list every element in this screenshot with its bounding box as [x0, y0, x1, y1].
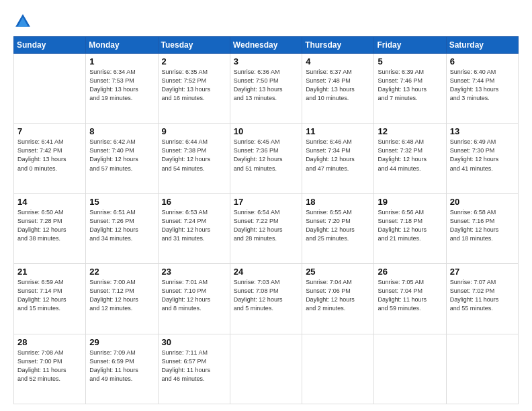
calendar-week-4: 21Sunrise: 6:59 AM Sunset: 7:14 PM Dayli…	[14, 264, 519, 334]
day-info: Sunrise: 7:01 AM Sunset: 7:10 PM Dayligh…	[162, 278, 226, 313]
day-number: 27	[450, 267, 515, 277]
day-info: Sunrise: 6:53 AM Sunset: 7:24 PM Dayligh…	[162, 208, 226, 243]
calendar-cell: 23Sunrise: 7:01 AM Sunset: 7:10 PM Dayli…	[158, 264, 230, 334]
day-number: 6	[450, 56, 515, 66]
calendar-cell: 8Sunrise: 6:42 AM Sunset: 7:40 PM Daylig…	[86, 124, 158, 193]
day-info: Sunrise: 6:58 AM Sunset: 7:16 PM Dayligh…	[450, 208, 515, 243]
day-info: Sunrise: 6:41 AM Sunset: 7:42 PM Dayligh…	[17, 138, 82, 173]
calendar-cell: 1Sunrise: 6:34 AM Sunset: 7:53 PM Daylig…	[86, 54, 158, 124]
calendar-header: SundayMondayTuesdayWednesdayThursdayFrid…	[14, 37, 519, 54]
calendar-cell: 3Sunrise: 6:36 AM Sunset: 7:50 PM Daylig…	[230, 54, 302, 124]
day-info: Sunrise: 6:34 AM Sunset: 7:53 PM Dayligh…	[89, 68, 154, 103]
day-number: 9	[162, 126, 226, 136]
day-number: 19	[378, 197, 442, 207]
calendar-cell: 16Sunrise: 6:53 AM Sunset: 7:24 PM Dayli…	[158, 193, 230, 263]
calendar-cell: 24Sunrise: 7:03 AM Sunset: 7:08 PM Dayli…	[230, 264, 302, 334]
calendar-cell: 20Sunrise: 6:58 AM Sunset: 7:16 PM Dayli…	[446, 193, 518, 263]
calendar-cell: 21Sunrise: 6:59 AM Sunset: 7:14 PM Dayli…	[14, 264, 86, 334]
day-info: Sunrise: 6:48 AM Sunset: 7:32 PM Dayligh…	[378, 138, 442, 173]
calendar-cell	[446, 334, 518, 404]
day-info: Sunrise: 6:55 AM Sunset: 7:20 PM Dayligh…	[306, 208, 370, 243]
day-info: Sunrise: 6:46 AM Sunset: 7:34 PM Dayligh…	[306, 138, 370, 173]
day-info: Sunrise: 7:03 AM Sunset: 7:08 PM Dayligh…	[234, 278, 298, 313]
day-number: 18	[306, 197, 370, 207]
day-info: Sunrise: 6:44 AM Sunset: 7:38 PM Dayligh…	[162, 138, 226, 173]
weekday-wednesday: Wednesday	[230, 37, 302, 54]
calendar-cell: 28Sunrise: 7:08 AM Sunset: 7:00 PM Dayli…	[14, 334, 86, 404]
day-info: Sunrise: 6:40 AM Sunset: 7:44 PM Dayligh…	[450, 68, 515, 103]
calendar-cell: 18Sunrise: 6:55 AM Sunset: 7:20 PM Dayli…	[302, 193, 374, 263]
day-info: Sunrise: 6:59 AM Sunset: 7:14 PM Dayligh…	[17, 278, 82, 313]
day-number: 10	[234, 126, 298, 136]
weekday-friday: Friday	[374, 37, 446, 54]
day-info: Sunrise: 6:54 AM Sunset: 7:22 PM Dayligh…	[234, 208, 298, 243]
calendar-week-3: 14Sunrise: 6:50 AM Sunset: 7:28 PM Dayli…	[14, 193, 519, 263]
day-info: Sunrise: 6:37 AM Sunset: 7:48 PM Dayligh…	[306, 68, 370, 103]
calendar-cell: 27Sunrise: 7:07 AM Sunset: 7:02 PM Dayli…	[446, 264, 518, 334]
day-number: 11	[306, 126, 370, 136]
logo	[13, 12, 35, 31]
calendar-cell: 5Sunrise: 6:39 AM Sunset: 7:46 PM Daylig…	[374, 54, 446, 124]
day-info: Sunrise: 6:39 AM Sunset: 7:46 PM Dayligh…	[378, 68, 442, 103]
day-info: Sunrise: 7:07 AM Sunset: 7:02 PM Dayligh…	[450, 278, 515, 313]
day-number: 30	[162, 337, 226, 347]
calendar-cell: 9Sunrise: 6:44 AM Sunset: 7:38 PM Daylig…	[158, 124, 230, 193]
calendar-cell	[302, 334, 374, 404]
day-number: 1	[89, 56, 154, 66]
day-number: 16	[162, 197, 226, 207]
day-number: 25	[306, 267, 370, 277]
day-info: Sunrise: 6:51 AM Sunset: 7:26 PM Dayligh…	[89, 208, 154, 243]
day-number: 7	[17, 126, 82, 136]
day-number: 15	[89, 197, 154, 207]
day-info: Sunrise: 7:09 AM Sunset: 6:59 PM Dayligh…	[89, 349, 154, 383]
calendar-cell	[374, 334, 446, 404]
calendar-cell: 17Sunrise: 6:54 AM Sunset: 7:22 PM Dayli…	[230, 193, 302, 263]
day-number: 29	[89, 337, 154, 347]
day-number: 23	[162, 267, 226, 277]
calendar-table: SundayMondayTuesdayWednesdayThursdayFrid…	[13, 36, 519, 404]
weekday-thursday: Thursday	[302, 37, 374, 54]
page: SundayMondayTuesdayWednesdayThursdayFrid…	[0, 0, 532, 411]
weekday-monday: Monday	[86, 37, 158, 54]
day-number: 22	[89, 267, 154, 277]
calendar-week-5: 28Sunrise: 7:08 AM Sunset: 7:00 PM Dayli…	[14, 334, 519, 404]
calendar-body: 1Sunrise: 6:34 AM Sunset: 7:53 PM Daylig…	[14, 54, 519, 404]
day-info: Sunrise: 6:36 AM Sunset: 7:50 PM Dayligh…	[234, 68, 298, 103]
calendar-cell: 6Sunrise: 6:40 AM Sunset: 7:44 PM Daylig…	[446, 54, 518, 124]
calendar-cell	[230, 334, 302, 404]
day-info: Sunrise: 6:56 AM Sunset: 7:18 PM Dayligh…	[378, 208, 442, 243]
calendar-cell: 26Sunrise: 7:05 AM Sunset: 7:04 PM Dayli…	[374, 264, 446, 334]
day-number: 26	[378, 267, 442, 277]
day-info: Sunrise: 6:42 AM Sunset: 7:40 PM Dayligh…	[89, 138, 154, 173]
calendar-week-1: 1Sunrise: 6:34 AM Sunset: 7:53 PM Daylig…	[14, 54, 519, 124]
day-info: Sunrise: 7:00 AM Sunset: 7:12 PM Dayligh…	[89, 278, 154, 313]
day-info: Sunrise: 7:08 AM Sunset: 7:00 PM Dayligh…	[17, 349, 82, 383]
day-number: 20	[450, 197, 515, 207]
day-number: 28	[17, 337, 82, 347]
logo-icon	[13, 12, 32, 31]
day-number: 17	[234, 197, 298, 207]
calendar-cell: 19Sunrise: 6:56 AM Sunset: 7:18 PM Dayli…	[374, 193, 446, 263]
calendar-cell: 29Sunrise: 7:09 AM Sunset: 6:59 PM Dayli…	[86, 334, 158, 404]
calendar-cell: 14Sunrise: 6:50 AM Sunset: 7:28 PM Dayli…	[14, 193, 86, 263]
day-info: Sunrise: 6:45 AM Sunset: 7:36 PM Dayligh…	[234, 138, 298, 173]
calendar-cell: 2Sunrise: 6:35 AM Sunset: 7:52 PM Daylig…	[158, 54, 230, 124]
day-info: Sunrise: 7:11 AM Sunset: 6:57 PM Dayligh…	[162, 349, 226, 383]
day-number: 14	[17, 197, 82, 207]
day-info: Sunrise: 6:50 AM Sunset: 7:28 PM Dayligh…	[17, 208, 82, 243]
calendar-cell: 25Sunrise: 7:04 AM Sunset: 7:06 PM Dayli…	[302, 264, 374, 334]
day-number: 12	[378, 126, 442, 136]
calendar-week-2: 7Sunrise: 6:41 AM Sunset: 7:42 PM Daylig…	[14, 124, 519, 193]
calendar-cell: 30Sunrise: 7:11 AM Sunset: 6:57 PM Dayli…	[158, 334, 230, 404]
weekday-tuesday: Tuesday	[158, 37, 230, 54]
calendar-cell: 13Sunrise: 6:49 AM Sunset: 7:30 PM Dayli…	[446, 124, 518, 193]
day-number: 4	[306, 56, 370, 66]
day-number: 5	[378, 56, 442, 66]
calendar-cell: 15Sunrise: 6:51 AM Sunset: 7:26 PM Dayli…	[86, 193, 158, 263]
weekday-sunday: Sunday	[14, 37, 86, 54]
calendar-cell: 22Sunrise: 7:00 AM Sunset: 7:12 PM Dayli…	[86, 264, 158, 334]
day-number: 2	[162, 56, 226, 66]
calendar-cell: 4Sunrise: 6:37 AM Sunset: 7:48 PM Daylig…	[302, 54, 374, 124]
weekday-header-row: SundayMondayTuesdayWednesdayThursdayFrid…	[14, 37, 519, 54]
day-number: 24	[234, 267, 298, 277]
